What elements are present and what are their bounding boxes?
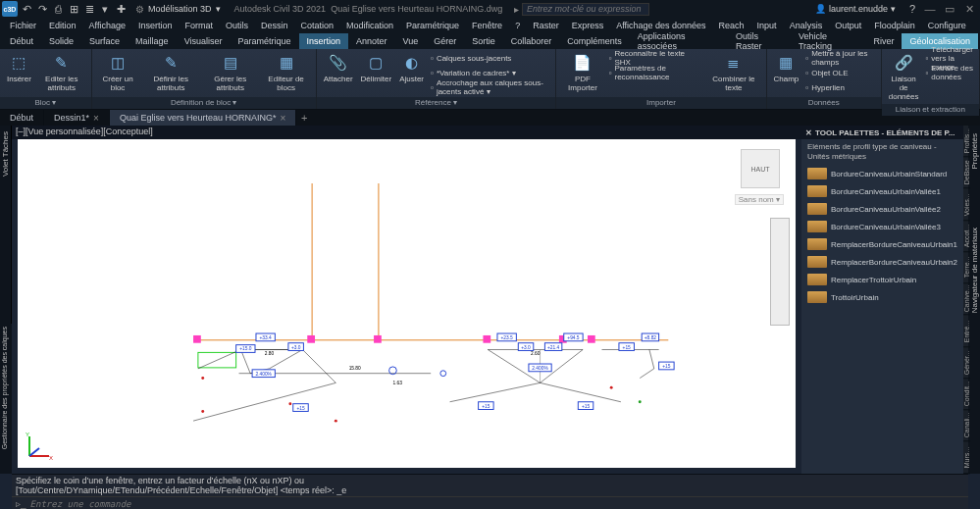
tab-visualiser[interactable]: Visualiser [177,33,231,49]
tab-raster[interactable]: Outils Raster [728,33,791,49]
gerer-attrib-button[interactable]: ▤Gérer les attributs [202,51,258,93]
tab-complements[interactable]: Compléments [559,33,630,49]
menu-edition[interactable]: Edition [43,21,82,30]
clip-button[interactable]: ▢Délimiter [358,51,395,84]
menu-input[interactable]: Input [751,21,783,30]
qa-undo[interactable]: ↶ [20,2,33,16]
menu-raster[interactable]: Raster [527,21,565,30]
menu-analysis[interactable]: Analysis [784,21,829,30]
properties-tab[interactable]: Propriétés [970,133,979,169]
ole-object[interactable]: ▫ Objet OLE [803,66,876,79]
toolspace-tab[interactable]: Volet Tâches [1,131,10,177]
field-button[interactable]: ▦Champ [771,51,802,84]
recog-params[interactable]: ▫ Paramètres de reconnaissance [607,66,704,79]
ptab-accot[interactable]: Accot... [963,221,970,252]
menu-output[interactable]: Output [829,21,867,30]
menu-cotation[interactable]: Cotation [295,21,340,30]
navigation-bar[interactable] [770,218,790,326]
command-input[interactable] [30,499,964,509]
panel-def-label[interactable]: Définition de bloc ▾ [92,97,316,109]
close-icon[interactable]: × [280,113,285,124]
panel-ref-label[interactable]: Référence ▾ [317,97,556,109]
palette-item[interactable]: BordureCaniveauUrbainStandard [801,165,963,182]
menu-parametrique[interactable]: Paramétrique [400,21,465,30]
menu-insertion[interactable]: Insertion [132,21,179,30]
menu-dataview[interactable]: Affichage des données [610,21,711,30]
ptab-gener[interactable]: Génér... [963,347,970,379]
qa-list[interactable]: ≣ [82,2,96,16]
search-input[interactable] [522,3,649,16]
menu-help[interactable]: ? [509,21,526,30]
user-account[interactable]: 👤 laurent.enudde ▾ [815,4,896,14]
tab-gerer[interactable]: Gérer [426,33,464,49]
visual-style-control[interactable]: Sans nom ▾ [735,194,784,205]
update-fields[interactable]: ▫ Mettre à jour les champs [803,51,876,65]
qa-dropdown[interactable]: ▾ [98,2,112,16]
data-link-button[interactable]: 🔗Liaison de données [886,51,922,102]
maximize-button[interactable]: ▭ [941,2,958,16]
ptab-entree[interactable]: Entré... [963,316,970,347]
insert-button[interactable]: ⬚Insérer [4,51,34,84]
attach-button[interactable]: 📎Attacher [321,51,356,84]
menu-reach[interactable]: Reach [713,21,750,30]
qa-save[interactable]: ⊞ [67,2,80,16]
upload-source[interactable]: ▫ Télécharger vers la source [923,51,975,65]
combine-text-button[interactable]: ≣Combiner le texte [705,51,761,93]
qa-print[interactable]: ⎙ [51,2,65,16]
menu-outils[interactable]: Outils [220,21,254,30]
tab-annoter[interactable]: Annoter [348,33,395,49]
pdf-import-button[interactable]: 📄PDF Importer [560,51,604,93]
menu-fenetre[interactable]: Fenêtre [466,21,508,30]
underlay-layers[interactable]: ▫ Calques sous-jacents [429,51,551,65]
menu-format[interactable]: Format [179,21,219,30]
ptab-canal[interactable]: Canali... [963,410,970,441]
tab-surface[interactable]: Surface [81,33,128,49]
edit-attrib-button[interactable]: ✎Editer les attributs [36,51,87,93]
tab-insertion[interactable]: Insertion [299,33,349,49]
ptab-voies[interactable]: Voies... [963,189,970,221]
tab-collaborer[interactable]: Collaborer [503,33,560,49]
tab-vehicle[interactable]: Vehicle Tracking [791,33,866,49]
layer-manager-tab[interactable]: Gestionnaire des propriétés des calques [0,324,12,474]
tab-maillage[interactable]: Maillage [128,33,177,49]
drawing-canvas[interactable]: HAUT Sans nom ▾ [18,139,796,468]
tab-parametrique[interactable]: Paramétrique [230,33,298,49]
tab-applications[interactable]: Applications associées [630,33,728,49]
palette-item[interactable]: RemplacerBordureCaniveauUrbain2 [801,253,963,271]
qa-redo[interactable]: ↷ [35,2,49,16]
palette-item[interactable]: RemplacerTrottoirUrbain [801,271,963,288]
close-button[interactable]: ✕ [960,2,978,16]
doc-tab-quai[interactable]: Quai Eglise vers Heurteau HORNAING*× [110,110,296,126]
menu-floodplain[interactable]: Floodplain [868,21,921,30]
viewport-label[interactable]: [–][Vue personnalisée][Conceptuel] [12,126,801,139]
create-block-button[interactable]: ◫Créer un bloc [96,51,140,93]
panel-bloc-label[interactable]: Bloc ▾ [0,97,91,109]
materials-tab[interactable]: Navigateur de matériaux [970,228,979,313]
palette-item[interactable]: TrottoirUrbain [801,288,963,306]
workspace-switcher[interactable]: ⚙ Modélisation 3D ▾ [135,4,221,15]
tab-sortie[interactable]: Sortie [464,33,503,49]
palette-item[interactable]: BordureCaniveauUrbainVallée3 [801,218,963,235]
definir-attrib-button[interactable]: ✎Définir les attributs [141,51,200,93]
ptab-murs[interactable]: Murs... [963,442,970,474]
qa-share[interactable]: ✚ [114,2,128,16]
ptab-terre[interactable]: Terre... [963,252,970,283]
tab-river[interactable]: River [865,33,902,49]
adjust-button[interactable]: ◐Ajuster [396,51,427,84]
help-search[interactable]: ▸ [514,3,649,16]
menu-fichier[interactable]: Fichier [4,21,42,30]
palette-item[interactable]: BordureCaniveauUrbainVallée2 [801,200,963,218]
ptab-condit[interactable]: Condit... [963,379,970,410]
palette-header[interactable]: ✕TOOL PALETTES - ELÉMENTS DE P... [801,126,963,139]
menu-express[interactable]: Express [566,21,610,30]
tab-solide[interactable]: Solide [41,33,81,49]
snap-underlay[interactable]: ▫ Accrochage aux calques sous-jacents ac… [429,80,551,94]
extract-data[interactable]: ▫ Extraire des données [923,66,975,79]
viewcube[interactable]: HAUT [741,149,780,188]
ptab-profils[interactable]: Profils... [963,126,970,157]
tab-vue[interactable]: Vue [395,33,427,49]
doc-tab-dessin1[interactable]: Dessin1*× [44,110,110,126]
menu-modification[interactable]: Modification [340,21,399,30]
tab-debut[interactable]: Début [2,33,41,49]
hyperlink[interactable]: ▫ Hyperlien [803,80,876,94]
